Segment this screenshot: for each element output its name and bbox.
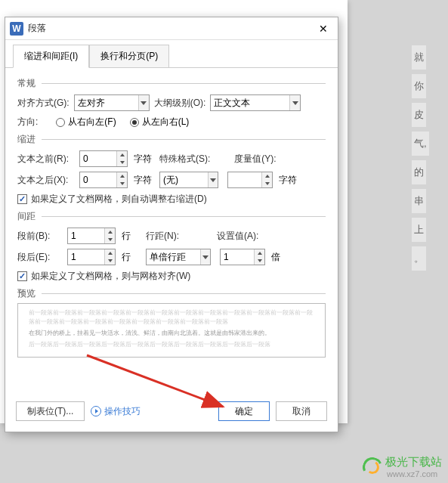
spinner-down-icon[interactable] — [255, 257, 264, 265]
dialog-content: 常规 对齐方式(G): 大纲级别(O): 方向: 从右向左(F) — [5, 67, 338, 394]
radio-rtl-label: 从右向左(F) — [68, 116, 116, 128]
indent-after-spinner[interactable] — [79, 172, 128, 188]
radio-icon — [56, 118, 65, 127]
titlebar: W 段落 ✕ — [5, 17, 338, 40]
cancel-button[interactable]: 取消 — [276, 401, 327, 421]
spacing-before-input[interactable] — [68, 228, 104, 243]
checkbox-icon — [17, 194, 27, 204]
indent-before-spinner[interactable] — [79, 150, 128, 167]
preview-before: 前一段落前一段落前一段落前一段落前一段落前一段落前一段落前一段落前一段落前一段落… — [29, 308, 314, 327]
watermark: 极光下载站 www.xz7.com — [363, 455, 442, 478]
spacing-before-label: 段前(B): — [17, 230, 63, 243]
spinner-up-icon[interactable] — [105, 228, 115, 236]
special-label: 特殊格式(S): — [159, 153, 210, 166]
watermark-name: 极光下载站 — [385, 455, 442, 469]
outline-combo[interactable] — [210, 94, 301, 111]
special-input[interactable] — [160, 172, 208, 187]
spinner-up-icon[interactable] — [105, 249, 115, 257]
metric-spinner[interactable] — [227, 172, 273, 188]
metric-label: 度量值(Y): — [234, 153, 276, 166]
preview-after: 后一段落后一段落后一段落后一段落后一段落后一段落后一段落后一段落后一段落后一段落 — [29, 340, 314, 349]
chevron-down-icon[interactable] — [289, 95, 300, 110]
watermark-logo-icon — [363, 457, 382, 477]
spinner-down-icon[interactable] — [117, 180, 127, 187]
metric-input[interactable] — [228, 172, 261, 187]
section-spacing: 间距 — [17, 210, 326, 223]
indent-grid-label: 如果定义了文档网格，则自动调整右缩进(D) — [31, 193, 207, 206]
linespacing-input[interactable] — [147, 249, 200, 265]
spinner-down-icon[interactable] — [262, 180, 272, 187]
preview-sample: 在我门外的桥上，挂着见一块活水，清浅、鲜洁，由南向北流着。这就是由韩家港出来的。 — [29, 328, 314, 339]
section-preview: 预览 — [17, 287, 326, 300]
direction-label: 方向: — [17, 116, 38, 128]
spacing-grid-label: 如果定义了文档网格，则与网格对齐(W) — [31, 270, 190, 283]
spinner-up-icon[interactable] — [255, 249, 264, 257]
radio-icon — [130, 118, 139, 127]
spacing-after-label: 段后(E): — [17, 251, 63, 264]
setvalue-input[interactable] — [221, 249, 254, 265]
spinner-down-icon[interactable] — [117, 159, 127, 166]
close-button[interactable]: ✕ — [314, 20, 333, 37]
spacing-before-spinner[interactable] — [67, 228, 116, 244]
checkbox-icon — [17, 271, 27, 281]
indent-after-input[interactable] — [80, 172, 116, 187]
align-input[interactable] — [75, 95, 138, 110]
spacing-after-spinner[interactable] — [67, 249, 116, 265]
spinner-up-icon[interactable] — [117, 172, 127, 180]
preview-box: 前一段落前一段落前一段落前一段落前一段落前一段落前一段落前一段落前一段落前一段落… — [17, 303, 326, 358]
document-text-fragments: 就 你 皮 气, 的 串 上 。 — [412, 45, 434, 275]
unit-char: 字符 — [279, 174, 297, 187]
spacing-after-input[interactable] — [68, 249, 104, 265]
setvalue-label: 设置值(A): — [217, 230, 258, 243]
outline-input[interactable] — [211, 95, 289, 110]
tabstop-button[interactable]: 制表位(T)... — [16, 401, 85, 421]
special-combo[interactable] — [159, 172, 218, 188]
unit-line: 行 — [122, 251, 131, 264]
app-icon: W — [10, 22, 23, 36]
align-combo[interactable] — [74, 94, 150, 111]
radio-ltr-label: 从左向右(L) — [142, 116, 190, 128]
spinner-down-icon[interactable] — [105, 236, 115, 243]
align-label: 对齐方式(G): — [17, 97, 70, 110]
unit-char: 字符 — [134, 153, 152, 166]
watermark-url: www.xz7.com — [387, 469, 442, 478]
radio-ltr[interactable]: 从左向右(L) — [130, 116, 190, 128]
dialog-title: 段落 — [28, 22, 314, 35]
unit-char: 字符 — [134, 174, 152, 187]
linespacing-combo[interactable] — [146, 249, 211, 265]
dialog-footer: 制表位(T)... 操作技巧 确定 取消 — [5, 394, 338, 432]
outline-label: 大纲级别(O): — [154, 97, 206, 110]
radio-rtl[interactable]: 从右向左(F) — [56, 116, 116, 128]
unit-line: 行 — [122, 230, 131, 243]
indent-before-input[interactable] — [80, 151, 116, 166]
tips-label: 操作技巧 — [104, 405, 141, 418]
chevron-down-icon[interactable] — [208, 172, 218, 187]
setvalue-spinner[interactable] — [220, 249, 265, 265]
section-indent: 缩进 — [17, 133, 326, 146]
chevron-down-icon[interactable] — [200, 249, 210, 265]
indent-before-label: 文本之前(R): — [17, 153, 75, 166]
ok-button[interactable]: 确定 — [218, 401, 270, 421]
unit-times: 倍 — [271, 251, 280, 264]
play-circle-icon — [91, 406, 101, 416]
paragraph-dialog: W 段落 ✕ 缩进和间距(I) 换行和分页(P) 常规 对齐方式(G): 大纲级… — [5, 17, 338, 432]
chevron-down-icon[interactable] — [138, 95, 149, 110]
tips-link[interactable]: 操作技巧 — [91, 405, 141, 418]
spinner-up-icon[interactable] — [117, 151, 127, 159]
spinner-down-icon[interactable] — [105, 257, 115, 265]
tab-line-page[interactable]: 换行和分页(P) — [89, 45, 169, 68]
spinner-up-icon[interactable] — [262, 172, 272, 180]
indent-after-label: 文本之后(X): — [17, 174, 75, 187]
section-general: 常规 — [17, 77, 326, 90]
tab-indent-spacing[interactable]: 缩进和间距(I) — [13, 45, 89, 68]
linespacing-label: 行距(N): — [146, 230, 179, 243]
tabs: 缩进和间距(I) 换行和分页(P) — [5, 40, 338, 68]
indent-grid-checkbox[interactable]: 如果定义了文档网格，则自动调整右缩进(D) — [17, 193, 207, 206]
spacing-grid-checkbox[interactable]: 如果定义了文档网格，则与网格对齐(W) — [17, 270, 190, 283]
